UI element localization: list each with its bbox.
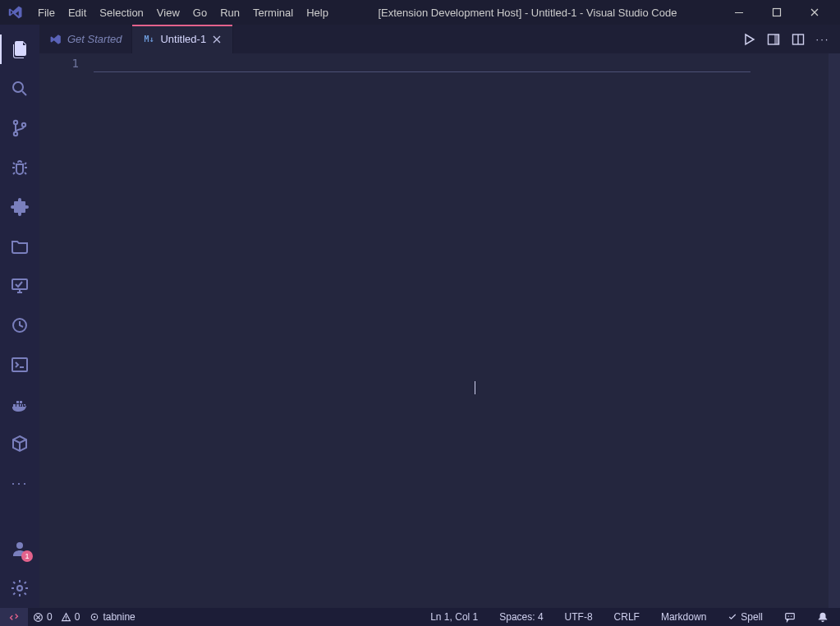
- svg-rect-0: [735, 12, 743, 13]
- svg-point-4: [14, 132, 17, 136]
- editor-more-button[interactable]: ···: [814, 30, 832, 48]
- window-minimize-button[interactable]: [720, 0, 758, 25]
- menu-selection[interactable]: Selection: [93, 0, 149, 25]
- split-editor-button[interactable]: [789, 30, 807, 48]
- svg-point-2: [13, 82, 23, 92]
- status-warning-count: 0: [75, 611, 80, 623]
- status-notifications[interactable]: [812, 608, 833, 626]
- line-gutter: 1: [39, 53, 94, 608]
- folder-icon: [10, 237, 30, 256]
- svg-point-5: [22, 123, 25, 127]
- svg-rect-20: [786, 614, 795, 619]
- status-remote-button[interactable]: [0, 608, 28, 626]
- markdown-file-icon: M↓: [142, 33, 155, 46]
- svg-point-9: [16, 542, 23, 549]
- status-eol[interactable]: CRLF: [609, 608, 645, 626]
- activity-folder[interactable]: [0, 227, 39, 266]
- window-maximize-button[interactable]: [758, 0, 796, 25]
- preview-side-button[interactable]: [764, 30, 783, 48]
- menu-terminal[interactable]: Terminal: [246, 0, 300, 25]
- status-feedback[interactable]: [779, 608, 801, 626]
- svg-point-22: [791, 615, 792, 616]
- main-area: ··· 1 Get Started M↓: [0, 25, 840, 608]
- menu-view[interactable]: View: [150, 0, 186, 25]
- search-icon: [10, 79, 30, 99]
- editor-tabs: Get Started M↓ Untitled-1: [39, 25, 840, 53]
- menu-file[interactable]: File: [31, 0, 62, 25]
- menu-go[interactable]: Go: [186, 0, 213, 25]
- editor-body: 1: [39, 53, 840, 608]
- activity-search[interactable]: [0, 69, 39, 108]
- feedback-icon: [784, 611, 796, 623]
- activity-explorer[interactable]: [0, 30, 39, 69]
- menu-edit[interactable]: Edit: [62, 0, 93, 25]
- activity-bar: ··· 1: [0, 25, 39, 608]
- status-spell-label: Spell: [741, 611, 763, 623]
- activity-source-control[interactable]: [0, 108, 39, 148]
- activity-remote-explorer[interactable]: [0, 266, 39, 306]
- files-icon: [10, 39, 30, 59]
- cube-icon: [10, 434, 30, 453]
- activity-output[interactable]: [0, 345, 39, 384]
- status-spell[interactable]: Spell: [723, 608, 768, 626]
- terminal-icon: [10, 355, 30, 375]
- gear-icon: [10, 578, 30, 598]
- status-left: 0 0 tabnine: [0, 608, 140, 626]
- svg-rect-8: [12, 358, 27, 371]
- status-right: Ln 1, Col 1 Spaces: 4 UTF-8 CRLF Markdow…: [425, 608, 840, 626]
- svg-point-19: [94, 616, 95, 618]
- activity-docker[interactable]: [0, 384, 39, 424]
- bell-icon: [817, 611, 829, 623]
- run-file-button[interactable]: [740, 30, 758, 48]
- status-encoding[interactable]: UTF-8: [560, 608, 598, 626]
- remote-monitor-icon: [10, 276, 30, 296]
- activity-accounts[interactable]: 1: [0, 529, 39, 568]
- status-indent[interactable]: Spaces: 4: [494, 608, 548, 626]
- vertical-scrollbar[interactable]: [829, 53, 840, 608]
- activity-extensions[interactable]: [0, 187, 39, 227]
- text-cursor-icon: [475, 381, 475, 394]
- minimap[interactable]: [746, 53, 829, 608]
- activity-timeline[interactable]: [0, 306, 39, 345]
- title-bar: File Edit Selection View Go Run Terminal…: [0, 0, 840, 25]
- window-close-button[interactable]: [796, 0, 833, 25]
- vscode-logo-icon: [7, 3, 25, 21]
- error-icon: [33, 612, 44, 623]
- menu-help[interactable]: Help: [300, 0, 335, 25]
- activity-run-debug[interactable]: [0, 148, 39, 187]
- branch-icon: [10, 118, 30, 138]
- vscode-tab-icon: [49, 33, 62, 46]
- svg-point-21: [788, 615, 789, 616]
- status-cursor-position[interactable]: Ln 1, Col 1: [425, 608, 483, 626]
- tab-label: Untitled-1: [160, 33, 206, 45]
- docker-icon: [10, 394, 30, 414]
- current-line-underline: [94, 71, 750, 72]
- code-area[interactable]: [94, 53, 746, 608]
- menu-bar: File Edit Selection View Go Run Terminal…: [31, 0, 335, 25]
- activity-settings[interactable]: [0, 568, 39, 608]
- window-controls: [720, 0, 833, 25]
- status-bar: 0 0 tabnine Ln 1, Col 1 Spaces: 4 UTF-8 …: [0, 608, 840, 626]
- svg-rect-1: [773, 9, 781, 16]
- warning-icon: [61, 612, 71, 623]
- ellipsis-icon: ···: [11, 475, 28, 492]
- status-tabnine[interactable]: tabnine: [85, 608, 140, 626]
- activity-overflow[interactable]: ···: [0, 463, 39, 503]
- status-language[interactable]: Markdown: [656, 608, 711, 626]
- status-problems[interactable]: 0 0: [28, 608, 85, 626]
- clock-arrow-icon: [10, 315, 30, 335]
- status-tabnine-label: tabnine: [103, 611, 135, 623]
- tab-label: Get Started: [67, 33, 122, 45]
- check-icon: [728, 612, 737, 622]
- tab-untitled-1[interactable]: M↓ Untitled-1: [132, 25, 233, 53]
- tab-get-started[interactable]: Get Started: [39, 25, 132, 53]
- menu-run[interactable]: Run: [213, 0, 246, 25]
- line-number: 1: [39, 57, 79, 70]
- tab-close-button[interactable]: [211, 34, 223, 45]
- code-line-1[interactable]: [94, 57, 746, 72]
- account-badge: 1: [21, 550, 33, 562]
- status-error-count: 0: [47, 611, 53, 623]
- svg-point-17: [66, 619, 67, 620]
- activity-cube[interactable]: [0, 424, 39, 463]
- editor-region: Get Started M↓ Untitled-1: [39, 25, 840, 608]
